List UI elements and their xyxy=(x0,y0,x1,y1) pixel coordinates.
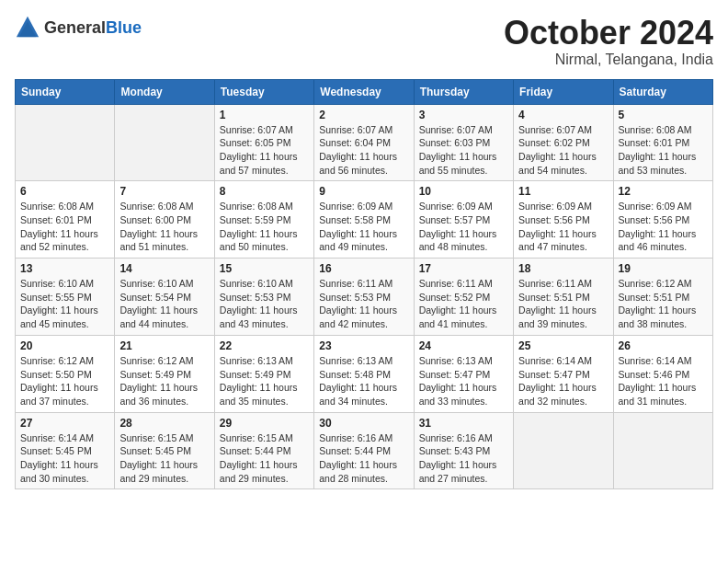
day-cell xyxy=(115,104,214,181)
day-cell: 3Sunrise: 6:07 AM Sunset: 6:03 PM Daylig… xyxy=(414,104,513,181)
day-info: Sunrise: 6:09 AM Sunset: 5:58 PM Dayligh… xyxy=(319,200,408,254)
day-info: Sunrise: 6:10 AM Sunset: 5:54 PM Dayligh… xyxy=(119,277,209,331)
day-number: 31 xyxy=(419,417,508,430)
day-info: Sunrise: 6:13 AM Sunset: 5:47 PM Dayligh… xyxy=(419,354,508,408)
day-number: 17 xyxy=(419,262,508,275)
day-info: Sunrise: 6:10 AM Sunset: 5:55 PM Dayligh… xyxy=(20,277,109,331)
day-info: Sunrise: 6:14 AM Sunset: 5:47 PM Dayligh… xyxy=(518,354,608,408)
day-number: 6 xyxy=(20,185,109,198)
day-info: Sunrise: 6:14 AM Sunset: 5:45 PM Dayligh… xyxy=(20,431,109,486)
day-cell: 10Sunrise: 6:09 AM Sunset: 5:57 PM Dayli… xyxy=(414,181,513,259)
day-cell: 25Sunrise: 6:14 AM Sunset: 5:47 PM Dayli… xyxy=(514,335,613,412)
day-info: Sunrise: 6:13 AM Sunset: 5:49 PM Dayligh… xyxy=(220,354,309,408)
day-cell: 8Sunrise: 6:08 AM Sunset: 5:59 PM Daylig… xyxy=(214,181,313,259)
day-number: 26 xyxy=(619,339,708,352)
day-cell: 12Sunrise: 6:09 AM Sunset: 5:56 PM Dayli… xyxy=(613,181,712,259)
day-cell: 2Sunrise: 6:07 AM Sunset: 6:04 PM Daylig… xyxy=(314,104,414,181)
day-info: Sunrise: 6:15 AM Sunset: 5:44 PM Dayligh… xyxy=(220,431,309,486)
day-number: 15 xyxy=(220,262,309,275)
day-cell: 19Sunrise: 6:12 AM Sunset: 5:51 PM Dayli… xyxy=(613,259,712,336)
day-cell: 6Sunrise: 6:08 AM Sunset: 6:01 PM Daylig… xyxy=(16,181,115,259)
title-month: October 2024 xyxy=(504,15,713,52)
day-info: Sunrise: 6:07 AM Sunset: 6:04 PM Dayligh… xyxy=(319,123,408,178)
logo-blue: Blue xyxy=(106,19,142,36)
header-cell-sunday: Sunday xyxy=(16,79,115,104)
day-info: Sunrise: 6:14 AM Sunset: 5:46 PM Dayligh… xyxy=(619,354,708,408)
day-cell: 31Sunrise: 6:16 AM Sunset: 5:43 PM Dayli… xyxy=(414,412,513,489)
day-number: 28 xyxy=(119,417,209,430)
day-number: 25 xyxy=(518,339,608,352)
header-cell-saturday: Saturday xyxy=(613,79,712,104)
day-info: Sunrise: 6:08 AM Sunset: 6:01 PM Dayligh… xyxy=(20,200,109,254)
title-location: Nirmal, Telangana, India xyxy=(504,52,713,68)
day-info: Sunrise: 6:12 AM Sunset: 5:49 PM Dayligh… xyxy=(119,354,209,408)
header-cell-wednesday: Wednesday xyxy=(314,79,414,104)
day-cell xyxy=(613,412,712,489)
week-row-5: 27Sunrise: 6:14 AM Sunset: 5:45 PM Dayli… xyxy=(16,412,713,489)
day-info: Sunrise: 6:12 AM Sunset: 5:50 PM Dayligh… xyxy=(20,354,109,408)
day-number: 21 xyxy=(119,339,209,352)
day-cell: 20Sunrise: 6:12 AM Sunset: 5:50 PM Dayli… xyxy=(16,335,115,412)
day-info: Sunrise: 6:13 AM Sunset: 5:48 PM Dayligh… xyxy=(319,354,408,408)
day-number: 12 xyxy=(619,185,708,198)
header: General Blue October 2024 Nirmal, Telang… xyxy=(15,15,713,68)
day-cell: 17Sunrise: 6:11 AM Sunset: 5:52 PM Dayli… xyxy=(414,259,513,336)
day-number: 3 xyxy=(419,109,508,121)
week-row-3: 13Sunrise: 6:10 AM Sunset: 5:55 PM Dayli… xyxy=(16,259,713,336)
day-info: Sunrise: 6:10 AM Sunset: 5:53 PM Dayligh… xyxy=(220,277,309,331)
day-cell: 14Sunrise: 6:10 AM Sunset: 5:54 PM Dayli… xyxy=(115,259,214,336)
header-row: SundayMondayTuesdayWednesdayThursdayFrid… xyxy=(16,79,713,104)
calendar-body: 1Sunrise: 6:07 AM Sunset: 6:05 PM Daylig… xyxy=(16,104,713,489)
day-number: 9 xyxy=(319,185,408,198)
day-info: Sunrise: 6:12 AM Sunset: 5:51 PM Dayligh… xyxy=(619,277,708,331)
logo: General Blue xyxy=(15,15,142,40)
day-cell: 24Sunrise: 6:13 AM Sunset: 5:47 PM Dayli… xyxy=(414,335,513,412)
day-info: Sunrise: 6:07 AM Sunset: 6:03 PM Dayligh… xyxy=(419,123,508,178)
day-cell: 5Sunrise: 6:08 AM Sunset: 6:01 PM Daylig… xyxy=(613,104,712,181)
week-row-2: 6Sunrise: 6:08 AM Sunset: 6:01 PM Daylig… xyxy=(16,181,713,259)
day-number: 1 xyxy=(220,109,309,121)
day-number: 7 xyxy=(119,185,209,198)
title-area: October 2024 Nirmal, Telangana, India xyxy=(504,15,713,68)
day-cell xyxy=(16,104,115,181)
day-cell: 15Sunrise: 6:10 AM Sunset: 5:53 PM Dayli… xyxy=(214,259,313,336)
day-info: Sunrise: 6:09 AM Sunset: 5:57 PM Dayligh… xyxy=(419,200,508,254)
day-cell: 1Sunrise: 6:07 AM Sunset: 6:05 PM Daylig… xyxy=(214,104,313,181)
header-cell-monday: Monday xyxy=(115,79,214,104)
day-cell xyxy=(514,412,613,489)
day-number: 30 xyxy=(319,417,408,430)
day-info: Sunrise: 6:08 AM Sunset: 6:01 PM Dayligh… xyxy=(619,123,708,178)
day-info: Sunrise: 6:08 AM Sunset: 6:00 PM Dayligh… xyxy=(119,200,209,254)
day-cell: 11Sunrise: 6:09 AM Sunset: 5:56 PM Dayli… xyxy=(514,181,613,259)
logo-general: General xyxy=(44,19,106,36)
day-info: Sunrise: 6:08 AM Sunset: 5:59 PM Dayligh… xyxy=(220,200,309,254)
day-cell: 27Sunrise: 6:14 AM Sunset: 5:45 PM Dayli… xyxy=(16,412,115,489)
header-cell-thursday: Thursday xyxy=(414,79,513,104)
day-number: 19 xyxy=(619,262,708,275)
day-info: Sunrise: 6:07 AM Sunset: 6:05 PM Dayligh… xyxy=(220,123,309,178)
day-number: 29 xyxy=(220,417,309,430)
day-number: 13 xyxy=(20,262,109,275)
day-cell: 13Sunrise: 6:10 AM Sunset: 5:55 PM Dayli… xyxy=(16,259,115,336)
day-number: 5 xyxy=(619,109,708,121)
day-cell: 26Sunrise: 6:14 AM Sunset: 5:46 PM Dayli… xyxy=(613,335,712,412)
day-cell: 18Sunrise: 6:11 AM Sunset: 5:51 PM Dayli… xyxy=(514,259,613,336)
day-number: 24 xyxy=(419,339,508,352)
day-number: 11 xyxy=(518,185,608,198)
calendar-header: SundayMondayTuesdayWednesdayThursdayFrid… xyxy=(16,79,713,104)
day-cell: 28Sunrise: 6:15 AM Sunset: 5:45 PM Dayli… xyxy=(115,412,214,489)
day-number: 4 xyxy=(518,109,608,121)
week-row-4: 20Sunrise: 6:12 AM Sunset: 5:50 PM Dayli… xyxy=(16,335,713,412)
day-info: Sunrise: 6:11 AM Sunset: 5:52 PM Dayligh… xyxy=(419,277,508,331)
day-number: 16 xyxy=(319,262,408,275)
day-info: Sunrise: 6:16 AM Sunset: 5:44 PM Dayligh… xyxy=(319,431,408,486)
day-cell: 16Sunrise: 6:11 AM Sunset: 5:53 PM Dayli… xyxy=(314,259,414,336)
day-number: 8 xyxy=(220,185,309,198)
header-cell-friday: Friday xyxy=(514,79,613,104)
day-info: Sunrise: 6:09 AM Sunset: 5:56 PM Dayligh… xyxy=(518,200,608,254)
day-number: 22 xyxy=(220,339,309,352)
day-info: Sunrise: 6:11 AM Sunset: 5:53 PM Dayligh… xyxy=(319,277,408,331)
day-number: 27 xyxy=(20,417,109,430)
day-info: Sunrise: 6:11 AM Sunset: 5:51 PM Dayligh… xyxy=(518,277,608,331)
day-number: 2 xyxy=(319,109,408,121)
